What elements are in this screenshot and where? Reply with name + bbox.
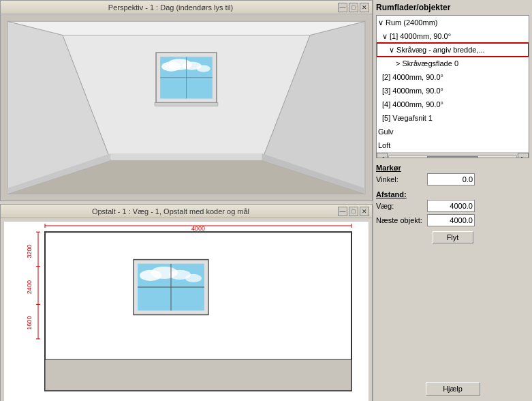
scroll-track[interactable] [388,155,517,159]
vinkel-label: Vinkel: [376,175,427,183]
svg-text:4000: 4000 [191,226,205,233]
scroll-thumb [427,156,478,159]
scroll-left-btn[interactable]: ◄ [377,153,388,159]
tree-item-wall3-label: [3] 4000mm, 90.0° [382,87,443,95]
svg-point-40 [185,274,202,282]
opstalt-window: Opstalt - 1 : Væg - 1, Opstalt med koder… [0,204,373,401]
flyt-button[interactable]: Flyt [433,231,473,243]
opstalt-titlebar: Opstalt - 1 : Væg - 1, Opstalt med koder… [1,205,372,218]
perspective-titlebar: Perspektiv - 1 : Dag (indendørs lys til)… [1,1,372,14]
svg-text:2400: 2400 [26,280,33,294]
perspective-window: Perspektiv - 1 : Dag (indendørs lys til)… [0,0,373,201]
tree-item-skraavaegsflade-label: > Skråvægsflade 0 [396,59,458,68]
opstalt-maximize-btn[interactable]: □ [349,207,358,216]
svg-point-14 [197,65,210,72]
tree-item-loft[interactable]: Loft [377,138,529,152]
perspective-close-btn[interactable]: ✕ [360,3,369,12]
tree-item-loft-label: Loft [378,141,390,149]
perspective-maximize-btn[interactable]: □ [349,3,358,12]
room-3d-svg [1,14,372,200]
tree-item-wall2[interactable]: [2] 4000mm, 90.0° [377,70,529,84]
tree-scrollbar[interactable]: ◄ ► [377,152,529,158]
opstalt-window [134,260,208,315]
afstand-section-label: Afstand: [376,190,529,198]
tree-item-wall4-label: [4] 4000mm, 90.0° [382,100,443,108]
tree-item-skraavaeg-label: ∨ Skråvæg - angiv bredde,... [389,46,485,54]
window-object [155,53,218,106]
vaeg-input[interactable] [427,200,475,212]
spacer [376,246,529,382]
tree-item-gulv-label: Gulv [378,128,394,136]
right-panel: Rumflader/objekter ∨ Rum (2400mm) ∨ [1] … [373,0,532,401]
opstalt-close-btn[interactable]: ✕ [360,207,369,216]
marker-section-label: Markør [376,164,529,172]
tree-item-wall5-label: [5] Vægafsnit 1 [382,114,433,122]
tree-item-wall5[interactable]: [5] Vægafsnit 1 [377,111,529,125]
vinkel-input[interactable] [427,173,475,185]
svg-rect-17 [155,103,218,106]
opstalt-content: 4000 3200 2400 1600 [3,221,369,401]
perspective-controls: — □ ✕ [338,3,369,12]
tree-item-wall4[interactable]: [4] 4000mm, 90.0° [377,98,529,111]
tree-item-gulv[interactable]: Gulv [377,125,529,138]
opstalt-controls: — □ ✕ [338,207,369,216]
naeste-input[interactable] [427,214,475,226]
tree-item-wall1[interactable]: ∨ [1] 4000mm, 90.0° [377,29,529,43]
tree-item-wall1-label: ∨ [1] 4000mm, 90.0° [382,32,451,40]
opstalt-title: Opstalt - 1 : Væg - 1, Opstalt med koder… [3,207,338,216]
panel-title: Rumflader/objekter [376,3,529,12]
vaeg-row: Væg: [376,200,529,212]
opstalt-minimize-btn[interactable]: — [338,207,347,216]
perspective-minimize-btn[interactable]: — [338,3,347,12]
svg-rect-20 [45,360,351,391]
tree-item-skraavaegsflade[interactable]: > Skråvægsflade 0 [377,57,529,70]
tree-item-rum-label: ∨ Rum (2400mm) [378,18,437,27]
svg-text:3200: 3200 [26,245,33,258]
svg-marker-6 [110,153,262,160]
tree-item-wall2-label: [2] 4000mm, 90.0° [382,73,443,81]
perspective-title: Perspektiv - 1 : Dag (indendørs lys til) [3,3,338,12]
perspective-content [1,14,372,200]
tree-item-rum[interactable]: ∨ Rum (2400mm) [377,16,529,29]
scroll-right-btn[interactable]: ► [518,153,529,159]
opstalt-svg: 4000 3200 2400 1600 [4,222,369,401]
svg-marker-5 [7,21,365,35]
vinkel-row: Vinkel: [376,173,529,185]
svg-text:1600: 1600 [26,316,33,330]
tree-container[interactable]: ∨ Rum (2400mm) ∨ [1] 4000mm, 90.0° ∨ Skr… [376,15,529,158]
tree-item-skraavaeg[interactable]: ∨ Skråvæg - angiv bredde,... [377,43,529,57]
tree-item-wall3[interactable]: [3] 4000mm, 90.0° [377,84,529,98]
naeste-label: Næste objekt: [376,216,427,224]
vaeg-label: Væg: [376,202,427,210]
left-panel: Perspektiv - 1 : Dag (indendørs lys til)… [0,0,373,401]
hjaelp-button[interactable]: Hjælp [426,382,480,396]
naeste-row: Næste objekt: [376,214,529,226]
